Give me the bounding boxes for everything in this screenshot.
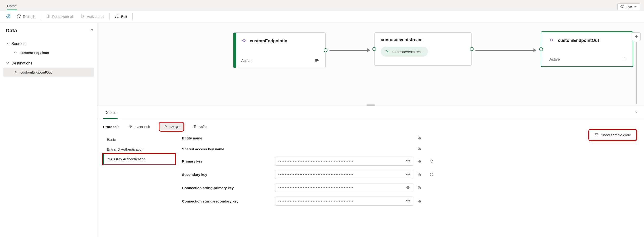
graph-edge xyxy=(475,50,536,51)
source-item-customendpointin[interactable]: customEndpointIn xyxy=(3,48,94,57)
field-label-primary-key: Primary key xyxy=(182,159,272,163)
protocol-option-kafka[interactable]: Kafka xyxy=(189,123,211,130)
graph-edge xyxy=(329,50,370,51)
refresh-icon xyxy=(17,14,21,19)
masked-value: ••••••••••••••••••••••••••••••••••••••••… xyxy=(278,199,354,203)
svg-point-20 xyxy=(194,126,195,127)
activate-all-label: Activate all xyxy=(87,15,104,19)
auth-method-basic[interactable]: Basic xyxy=(103,135,174,144)
tab-home[interactable]: Home xyxy=(4,2,20,10)
protocol-amqp-label: AMQP xyxy=(170,125,179,129)
canvas-right-guide xyxy=(636,42,637,104)
field-label-secondary-key: Secondary key xyxy=(182,172,272,176)
node-port-in[interactable] xyxy=(372,47,376,51)
conn-secondary-input[interactable]: ••••••••••••••••••••••••••••••••••••••••… xyxy=(275,196,413,205)
copy-button[interactable] xyxy=(416,198,422,204)
chevron-down-icon xyxy=(633,5,637,9)
toolbar-separator xyxy=(132,13,132,20)
copy-button[interactable] xyxy=(416,158,422,164)
tree-group-destinations[interactable]: Destinations xyxy=(3,59,94,68)
source-item-label: customEndpointIn xyxy=(20,51,49,55)
destination-item-label: customEndpointOut xyxy=(20,70,52,74)
conn-primary-input[interactable]: ••••••••••••••••••••••••••••••••••••••••… xyxy=(275,183,413,192)
reveal-button[interactable] xyxy=(406,199,410,203)
show-sample-code-label: Show sample code xyxy=(601,133,631,137)
copy-button[interactable] xyxy=(416,146,422,152)
node-status-bar xyxy=(233,33,236,68)
auth-method-entra[interactable]: Entra ID Authentication xyxy=(103,144,174,154)
node-source-status: Active xyxy=(241,59,252,63)
collapse-sidebar-button[interactable] xyxy=(90,28,94,34)
svg-point-29 xyxy=(408,160,408,161)
svg-point-5 xyxy=(15,52,16,53)
tree-group-sources[interactable]: Sources xyxy=(3,40,94,48)
protocol-option-amqp[interactable]: AMQP xyxy=(160,123,183,130)
node-port-out[interactable] xyxy=(324,48,328,52)
svg-line-24 xyxy=(195,127,195,127)
svg-point-38 xyxy=(408,200,408,201)
copy-button[interactable] xyxy=(416,135,422,141)
auth-method-sas[interactable]: SAS Key Authentication xyxy=(103,154,174,164)
svg-point-6 xyxy=(15,71,16,73)
svg-point-18 xyxy=(194,125,195,126)
menu-icon[interactable] xyxy=(315,58,319,64)
secondary-key-input[interactable]: ••••••••••••••••••••••••••••••••••••••••… xyxy=(275,170,413,179)
graph-canvas[interactable]: customEndpointIn Active contosoeventstre… xyxy=(98,23,644,104)
endpoint-out-icon xyxy=(14,70,18,74)
field-label-entity-name: Entity name xyxy=(182,136,272,140)
svg-point-7 xyxy=(243,39,245,41)
copy-button[interactable] xyxy=(416,184,422,191)
svg-rect-16 xyxy=(130,125,131,127)
eventhub-icon xyxy=(129,124,132,129)
settings-button[interactable] xyxy=(4,13,13,21)
svg-point-35 xyxy=(408,187,408,188)
svg-point-22 xyxy=(195,127,196,127)
svg-point-19 xyxy=(194,127,195,128)
svg-rect-3 xyxy=(48,15,49,18)
svg-rect-15 xyxy=(129,126,130,127)
graph-node-stream[interactable]: contosoeventstream contosoeventstrea... xyxy=(374,32,472,66)
reveal-button[interactable] xyxy=(406,186,410,190)
plus-icon: + xyxy=(635,34,638,40)
add-node-button[interactable]: + xyxy=(632,32,641,41)
node-stream-title: contosoeventstream xyxy=(381,37,465,42)
copy-button[interactable] xyxy=(416,171,422,178)
svg-point-11 xyxy=(550,39,553,41)
details-tab[interactable]: Details xyxy=(103,107,118,119)
refresh-label: Refresh xyxy=(23,15,36,19)
reveal-button[interactable] xyxy=(406,159,410,163)
code-icon xyxy=(594,133,598,137)
edit-icon xyxy=(115,14,119,19)
refresh-button[interactable]: Refresh xyxy=(13,13,39,21)
kafka-icon xyxy=(193,124,197,129)
svg-point-1 xyxy=(8,16,9,17)
destinations-label: Destinations xyxy=(12,61,32,65)
node-source-title: customEndpointIn xyxy=(250,39,287,44)
activate-all-button[interactable]: Activate all xyxy=(78,13,108,21)
regenerate-button[interactable] xyxy=(428,171,435,178)
protocol-label: Protocol: xyxy=(103,125,119,129)
edit-button[interactable]: Edit xyxy=(112,13,130,21)
regenerate-button[interactable] xyxy=(428,158,435,164)
sources-label: Sources xyxy=(12,42,26,46)
node-port-in[interactable] xyxy=(539,47,543,51)
node-port-out[interactable] xyxy=(470,47,474,51)
endpoint-in-icon xyxy=(241,38,246,44)
reveal-button[interactable] xyxy=(406,172,410,177)
toolbar-separator xyxy=(109,13,110,20)
destination-item-customendpointout[interactable]: customEndpointOut xyxy=(3,68,94,77)
graph-node-destination[interactable]: customEndpointOut Active xyxy=(541,32,633,67)
eye-icon xyxy=(620,5,624,9)
pause-icon xyxy=(46,14,50,19)
graph-node-source[interactable]: customEndpointIn Active xyxy=(233,32,326,68)
show-sample-code-button[interactable]: Show sample code xyxy=(590,130,636,140)
protocol-option-eventhub[interactable]: Event Hub xyxy=(125,123,154,130)
deactivate-all-button[interactable]: Deactivate all xyxy=(43,13,77,21)
pane-splitter[interactable] xyxy=(98,104,644,106)
stream-chip[interactable]: contosoeventstrea... xyxy=(381,47,428,57)
live-indicator[interactable]: Live xyxy=(618,3,640,10)
play-icon xyxy=(81,14,85,19)
collapse-details-button[interactable] xyxy=(634,110,638,115)
menu-icon[interactable] xyxy=(622,57,626,62)
primary-key-input[interactable]: ••••••••••••••••••••••••••••••••••••••••… xyxy=(275,157,413,166)
